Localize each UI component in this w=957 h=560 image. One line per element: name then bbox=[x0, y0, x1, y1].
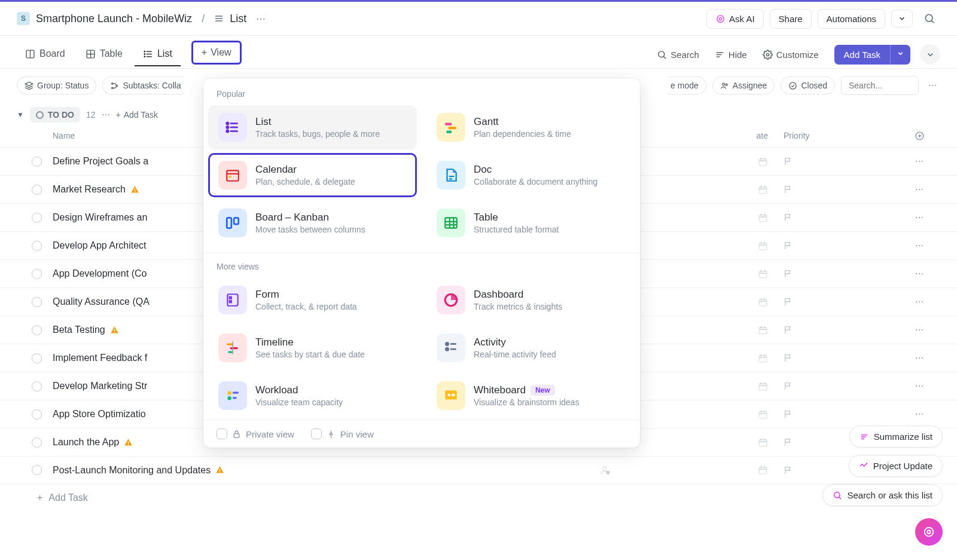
view-option-workload[interactable]: Workload Visualize team capacity bbox=[208, 374, 417, 418]
add-task-row[interactable]: + Add Task bbox=[0, 484, 957, 512]
task-date-placeholder[interactable] bbox=[641, 409, 779, 420]
view-tab-board[interactable]: Board bbox=[17, 42, 74, 66]
task-date-placeholder[interactable] bbox=[641, 437, 779, 448]
task-priority-placeholder[interactable] bbox=[779, 297, 898, 307]
search-ask-button[interactable]: Search or ask this list bbox=[822, 484, 943, 506]
task-status-circle[interactable] bbox=[32, 269, 42, 279]
view-option-dashboard[interactable]: Dashboard Track metrics & insights bbox=[426, 278, 635, 322]
breadcrumb-project[interactable]: Smartphone Launch - MobileWiz bbox=[36, 13, 192, 25]
task-priority-placeholder[interactable] bbox=[779, 241, 898, 250]
customize-action[interactable]: Customize bbox=[757, 46, 825, 63]
view-tab-table[interactable]: Table bbox=[77, 42, 131, 66]
task-date-placeholder[interactable] bbox=[641, 185, 779, 195]
view-option-whiteboard[interactable]: WhiteboardNew Visualize & brainstorm ide… bbox=[426, 374, 635, 418]
task-date-placeholder[interactable] bbox=[641, 213, 779, 223]
private-view-option[interactable]: Private view bbox=[217, 429, 294, 439]
add-view-button[interactable]: + View bbox=[191, 41, 242, 65]
status-badge[interactable]: TO DO bbox=[30, 107, 80, 123]
filter-mode[interactable]: e mode bbox=[668, 76, 706, 94]
task-status-circle[interactable] bbox=[32, 465, 42, 475]
task-priority-placeholder[interactable] bbox=[779, 381, 898, 391]
collapse-panel-button[interactable] bbox=[920, 44, 940, 65]
task-status-circle[interactable] bbox=[32, 409, 42, 420]
add-column-button[interactable] bbox=[898, 131, 940, 141]
filter-closed[interactable]: Closed bbox=[781, 76, 835, 94]
share-button[interactable]: Share bbox=[770, 9, 812, 29]
add-task-button[interactable]: Add Task bbox=[834, 45, 890, 65]
task-more-icon[interactable]: ⋯ bbox=[898, 157, 940, 166]
add-task-dropdown[interactable] bbox=[890, 45, 910, 65]
task-status-circle[interactable] bbox=[32, 325, 42, 335]
task-status-circle[interactable] bbox=[32, 213, 42, 223]
task-name[interactable]: Post-Launch Monitoring and Updates bbox=[53, 465, 569, 476]
task-more-icon[interactable]: ⋯ bbox=[898, 353, 940, 363]
view-option-activity[interactable]: Activity Real-time activity feed bbox=[426, 326, 635, 370]
global-search-button[interactable] bbox=[919, 8, 940, 29]
task-more-icon[interactable]: ⋯ bbox=[898, 381, 940, 391]
view-option-doc[interactable]: Doc Collaborate & document anything bbox=[426, 153, 635, 197]
task-date-placeholder[interactable] bbox=[641, 381, 779, 391]
task-status-circle[interactable] bbox=[32, 185, 42, 195]
task-status-circle[interactable] bbox=[32, 157, 42, 167]
view-option-form[interactable]: Form Collect, track, & report data bbox=[208, 278, 417, 322]
task-more-icon[interactable]: ⋯ bbox=[898, 269, 940, 279]
task-more-icon[interactable]: ⋯ bbox=[898, 213, 940, 222]
task-more-icon[interactable]: ⋯ bbox=[898, 241, 940, 250]
task-date-placeholder[interactable] bbox=[641, 325, 779, 335]
task-priority-placeholder[interactable] bbox=[779, 353, 898, 363]
task-status-circle[interactable] bbox=[32, 241, 42, 251]
pin-view-option[interactable]: Pin view bbox=[311, 429, 374, 439]
automations-button[interactable]: Automations bbox=[818, 9, 885, 29]
task-date-placeholder[interactable] bbox=[641, 353, 779, 363]
task-status-circle[interactable] bbox=[32, 381, 42, 391]
task-priority-placeholder[interactable] bbox=[779, 269, 898, 279]
view-option-calendar[interactable]: Calendar Plan, schedule, & delegate bbox=[208, 153, 417, 197]
filter-more-icon[interactable]: ⋯ bbox=[925, 78, 940, 93]
filter-group[interactable]: Group: Status bbox=[17, 76, 96, 94]
task-status-circle[interactable] bbox=[32, 437, 42, 448]
task-date-placeholder[interactable] bbox=[641, 241, 779, 251]
status-add-task[interactable]: + Add Task bbox=[116, 110, 159, 120]
task-status-circle[interactable] bbox=[32, 353, 42, 363]
task-priority-placeholder[interactable] bbox=[779, 157, 898, 166]
view-option-title: Timeline bbox=[255, 336, 365, 348]
task-date-placeholder[interactable] bbox=[641, 465, 779, 475]
task-date-placeholder[interactable] bbox=[641, 297, 779, 307]
summarize-list-button[interactable]: Summarize list bbox=[849, 426, 943, 448]
task-more-icon[interactable]: ⋯ bbox=[898, 185, 940, 194]
task-status-circle[interactable] bbox=[32, 297, 42, 307]
view-option-gantt[interactable]: Gantt Plan dependencies & time bbox=[426, 105, 635, 149]
ask-ai-button[interactable]: Ask AI bbox=[706, 9, 764, 29]
filter-search-input[interactable] bbox=[841, 76, 919, 95]
task-more-icon[interactable]: ⋯ bbox=[898, 409, 940, 419]
ai-assistant-orb[interactable] bbox=[915, 518, 943, 546]
task-priority-placeholder[interactable] bbox=[779, 185, 898, 194]
task-priority-placeholder[interactable] bbox=[779, 325, 898, 335]
filter-subtasks[interactable]: Subtasks: Colla bbox=[102, 76, 183, 94]
task-assignee-placeholder[interactable] bbox=[569, 465, 641, 476]
col-priority[interactable]: Priority bbox=[779, 131, 898, 141]
col-date[interactable]: ate bbox=[641, 131, 779, 141]
task-more-icon[interactable]: ⋯ bbox=[898, 297, 940, 307]
hide-action[interactable]: Hide bbox=[709, 46, 753, 63]
view-option-board-kanban[interactable]: Board – Kanban Move tasks between column… bbox=[208, 201, 417, 245]
project-update-button[interactable]: Project Update bbox=[849, 455, 943, 477]
view-option-table[interactable]: Table Structured table format bbox=[426, 201, 635, 245]
view-option-list[interactable]: List Track tasks, bugs, people & more bbox=[208, 105, 417, 149]
status-more-icon[interactable]: ⋯ bbox=[102, 110, 110, 120]
view-tab-list[interactable]: List bbox=[135, 42, 181, 66]
collapse-caret-icon[interactable]: ▼ bbox=[17, 111, 24, 119]
search-action[interactable]: Search bbox=[651, 46, 705, 63]
task-priority-placeholder[interactable] bbox=[779, 213, 898, 222]
task-date-placeholder[interactable] bbox=[641, 269, 779, 279]
task-priority-placeholder[interactable] bbox=[779, 409, 898, 419]
task-date-placeholder[interactable] bbox=[641, 157, 779, 167]
view-option-timeline[interactable]: Timeline See tasks by start & due date bbox=[208, 326, 417, 370]
task-more-icon[interactable]: ⋯ bbox=[898, 325, 940, 335]
view-option-desc: Structured table format bbox=[474, 225, 559, 234]
breadcrumb-more-icon[interactable]: ⋯ bbox=[252, 11, 269, 27]
task-row[interactable]: Post-Launch Monitoring and Updates ⋯ bbox=[0, 456, 957, 484]
filter-assignee[interactable]: Assignee bbox=[712, 76, 775, 94]
automations-dropdown-button[interactable] bbox=[891, 10, 913, 27]
breadcrumb-current-view[interactable]: List bbox=[230, 13, 246, 25]
